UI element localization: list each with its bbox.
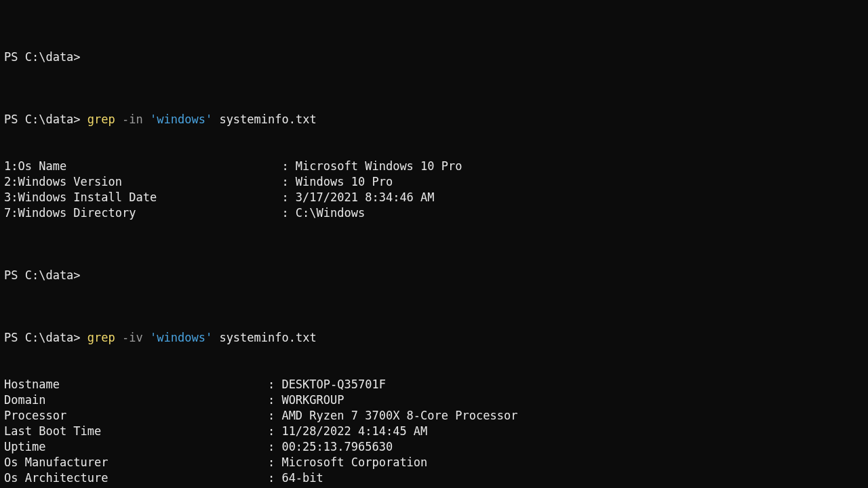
grep-in-output: 1:Os Name : Microsoft Windows 10 Pro2:Wi… [4, 159, 864, 221]
prompt-line: PS C:\data> [4, 268, 864, 283]
output-line: 7:Windows Directory : C:\Windows [4, 205, 864, 221]
ps-prompt: PS C:\data> [4, 113, 81, 126]
output-line: Domain : WORKGROUP [4, 392, 864, 408]
command-pattern: 'windows' [150, 331, 212, 344]
output-line: Uptime : 00:25:13.7965630 [4, 439, 864, 455]
output-line: Os Manufacturer : Microsoft Corporation [4, 455, 864, 470]
command-flags: -iv [122, 331, 143, 344]
output-line: Hostname : DESKTOP-Q35701F [4, 377, 864, 392]
command-line-grep-in: PS C:\data> grep -in 'windows' systeminf… [4, 112, 864, 127]
command-file-arg: systeminfo.txt [219, 113, 316, 126]
grep-iv-output: Hostname : DESKTOP-Q35701FDomain : WORKG… [4, 377, 864, 488]
powershell-terminal[interactable]: PS C:\data> PS C:\data> grep -in 'window… [0, 0, 868, 488]
command-line-grep-iv: PS C:\data> grep -iv 'windows' systeminf… [4, 330, 864, 346]
ps-prompt: PS C:\data> [4, 50, 81, 64]
ps-prompt: PS C:\data> [4, 268, 81, 282]
command-flags: -in [122, 113, 143, 126]
command-name: grep [87, 113, 115, 126]
output-line: Processor : AMD Ryzen 7 3700X 8-Core Pro… [4, 408, 864, 424]
command-name: grep [87, 331, 115, 344]
output-line: 3:Windows Install Date : 3/17/2021 8:34:… [4, 190, 864, 205]
prompt-line: PS C:\data> [4, 49, 864, 65]
command-pattern: 'windows' [150, 113, 212, 126]
output-line: 2:Windows Version : Windows 10 Pro [4, 174, 864, 190]
output-line: 1:Os Name : Microsoft Windows 10 Pro [4, 159, 864, 174]
ps-prompt: PS C:\data> [4, 331, 81, 344]
output-line: Os Architecture : 64-bit [4, 470, 864, 486]
output-line: Last Boot Time : 11/28/2022 4:14:45 AM [4, 424, 864, 439]
command-file-arg: systeminfo.txt [219, 331, 316, 344]
